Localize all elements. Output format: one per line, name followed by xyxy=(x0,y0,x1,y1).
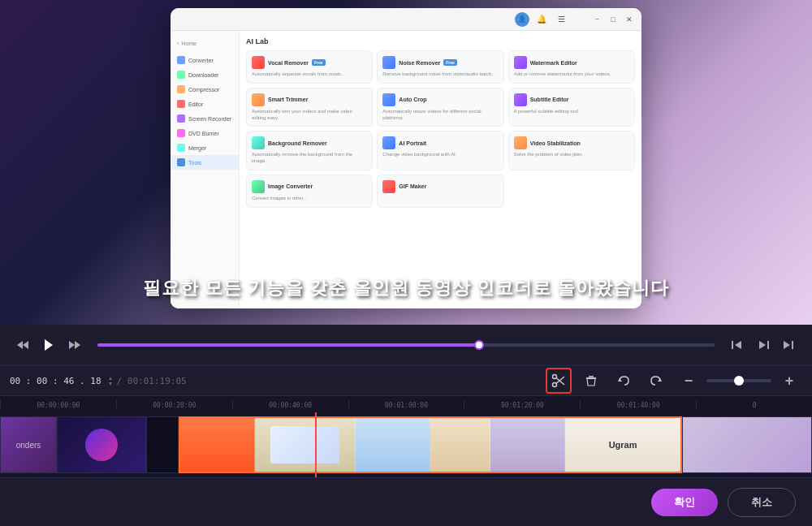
progress-thumb xyxy=(474,340,484,350)
tool-card-auto-crop[interactable]: Auto Crop Automatically resize videos fo… xyxy=(377,88,503,127)
user-icon: 👤 xyxy=(515,12,529,27)
thumb-segment-0[interactable]: onders xyxy=(0,416,57,473)
video-player: 👤 🔔 ☰ － □ ✕ ‹ Home Converter D xyxy=(0,0,812,325)
maximize-button[interactable]: □ xyxy=(607,14,619,25)
rewind-button[interactable] xyxy=(13,335,32,355)
ruler-mark-5: 00:01:40:00 xyxy=(580,400,696,409)
toolbar-icons: − + xyxy=(546,368,802,394)
auto-crop-icon xyxy=(382,93,395,106)
undo-button[interactable] xyxy=(611,368,637,394)
tool-card-watermark-editor[interactable]: Watermark Editor Add or remove watermark… xyxy=(508,50,635,84)
current-timecode: 00 : 00 : 46 . 18 xyxy=(10,376,102,386)
thumb-segment-last[interactable] xyxy=(682,416,812,473)
svg-point-11 xyxy=(553,383,557,387)
sidebar-item-compressor[interactable]: Compressor xyxy=(171,82,239,97)
sidebar-back[interactable]: ‹ Home xyxy=(171,37,239,50)
tool-card-vocal-remover[interactable]: Vocal Remover Free Automatically separat… xyxy=(246,50,373,84)
ruler-mark-3: 00:01:00:00 xyxy=(348,400,464,409)
ruler-mark-1: 00:00:20:00 xyxy=(116,400,232,409)
app-window: 👤 🔔 ☰ － □ ✕ ‹ Home Converter D xyxy=(171,8,641,308)
timecode-spinner[interactable]: ▲ ▼ xyxy=(108,375,114,386)
tool-card-bg-remover[interactable]: Background Remover Automatically remove … xyxy=(246,131,373,170)
subtitle-editor-icon xyxy=(514,93,527,106)
cut-button[interactable] xyxy=(546,368,572,394)
tool-card-ai-portrait[interactable]: AI Portrait Change video background with… xyxy=(377,131,503,170)
close-button[interactable]: ✕ xyxy=(624,14,635,25)
sidebar-item-editor[interactable]: Editor xyxy=(171,97,239,111)
tool-card-subtitle-editor[interactable]: Subtitle Editor A powerful subtitle edit… xyxy=(508,88,635,127)
svg-marker-6 xyxy=(735,341,741,349)
svg-rect-16 xyxy=(589,376,594,377)
cancel-button[interactable]: 취소 xyxy=(728,488,796,517)
tool-card-noise-remover[interactable]: Noise Remover Free Remove background noi… xyxy=(377,50,503,84)
nav-prev-button[interactable] xyxy=(728,335,747,355)
track-thumbnails: onders xyxy=(0,416,812,473)
controls-bar xyxy=(0,325,812,365)
svg-marker-0 xyxy=(17,341,23,349)
titlebar: 👤 🔔 ☰ － □ ✕ xyxy=(171,8,641,31)
zoom-out-button[interactable]: − xyxy=(676,368,702,394)
main-content: AI Lab Vocal Remover Free Automatically … xyxy=(240,31,641,308)
nav-next-button[interactable] xyxy=(754,335,773,355)
thumb-segment-2[interactable] xyxy=(146,416,179,473)
progress-fill xyxy=(97,343,480,347)
tool-card-gif-maker[interactable]: GIF Maker xyxy=(377,175,503,208)
zoom-control: − + xyxy=(676,368,802,394)
ruler-mark-6: 0 xyxy=(696,400,812,409)
zoom-slider[interactable] xyxy=(706,379,771,382)
noise-remover-icon xyxy=(382,56,395,69)
ai-portrait-icon xyxy=(382,136,395,149)
timeline-bar: 00 : 00 : 46 . 18 ▲ ▼ / 00:01:19:05 xyxy=(0,365,812,396)
progress-bar[interactable] xyxy=(97,343,715,347)
subtitle-text: 필요한 모든 기능을 갖춘 올인원 동영상 인코더로 돌아왔습니다 xyxy=(0,276,812,300)
watermark-editor-icon xyxy=(514,56,527,69)
ruler-mark-4: 00:01:20:00 xyxy=(464,400,580,409)
gif-maker-icon xyxy=(382,180,395,193)
playhead xyxy=(315,412,317,477)
play-button[interactable] xyxy=(39,335,58,355)
smart-trimmer-icon xyxy=(252,93,265,106)
sidebar-item-merger[interactable]: Merger xyxy=(171,140,239,155)
tool-card-smart-trimmer[interactable]: Smart Trimmer Automatically trim your vi… xyxy=(246,88,373,127)
svg-marker-8 xyxy=(759,341,766,349)
menu-icon: ☰ xyxy=(554,12,568,27)
confirm-button[interactable]: 확인 xyxy=(651,489,718,516)
nav-end-button[interactable] xyxy=(780,335,799,355)
zoom-in-button[interactable]: + xyxy=(776,368,802,394)
time-ruler: 00:00:00:00 00:00:20:00 00:00:40:00 00:0… xyxy=(0,396,812,412)
timeline-track: onders xyxy=(0,412,812,477)
svg-rect-7 xyxy=(767,341,769,349)
svg-marker-1 xyxy=(23,341,28,349)
svg-marker-2 xyxy=(45,339,53,351)
tool-card-image-converter[interactable]: Image Converter Convert images in other.… xyxy=(246,175,373,208)
action-bar: 확인 취소 xyxy=(0,477,812,526)
ruler-mark-0: 00:00:00:00 xyxy=(0,400,116,409)
tools-grid: Vocal Remover Free Automatically separat… xyxy=(246,50,635,170)
svg-marker-4 xyxy=(75,341,80,349)
redo-button[interactable] xyxy=(643,368,669,394)
zoom-thumb xyxy=(734,376,744,386)
forward-button[interactable] xyxy=(65,335,84,355)
vocal-remover-icon xyxy=(252,56,265,69)
svg-point-12 xyxy=(553,375,557,379)
ruler-mark-2: 00:00:40:00 xyxy=(232,400,348,409)
sidebar-item-converter[interactable]: Converter xyxy=(171,53,239,67)
app-sidebar: ‹ Home Converter Downloader Compressor xyxy=(171,31,240,308)
bg-remover-icon xyxy=(252,136,265,149)
svg-rect-10 xyxy=(792,341,793,349)
thumb-segment-1[interactable] xyxy=(57,416,146,473)
tool-card-video-stab[interactable]: Video Stabilization Solve the problem of… xyxy=(508,131,635,170)
sidebar-item-tools[interactable]: Tools xyxy=(171,155,239,170)
track-container: onders xyxy=(0,412,812,477)
thumb-segment-highlighted[interactable]: Ugram xyxy=(179,416,682,473)
sidebar-item-screen-recorder[interactable]: Screen Recorder xyxy=(171,111,239,126)
sidebar-item-downloader[interactable]: Downloader xyxy=(171,67,239,82)
free-badge: Free xyxy=(312,59,326,66)
svg-marker-9 xyxy=(784,341,790,349)
ruler-marks: 00:00:00:00 00:00:20:00 00:00:40:00 00:0… xyxy=(0,400,812,409)
sidebar-item-dvd-burner[interactable]: DVD Burner xyxy=(171,126,239,140)
minimize-button[interactable]: － xyxy=(591,14,603,25)
delete-button[interactable] xyxy=(578,368,604,394)
image-converter-icon xyxy=(252,180,265,193)
svg-marker-3 xyxy=(69,341,75,349)
